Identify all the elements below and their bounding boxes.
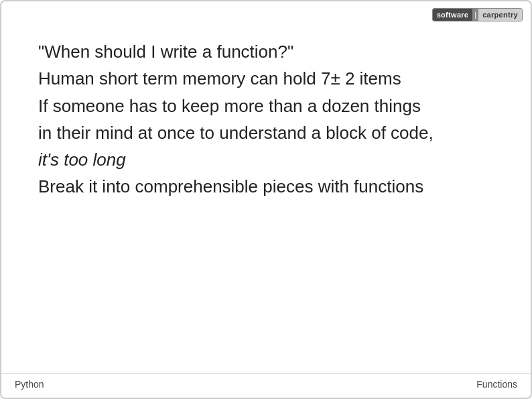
logo-software-text: software (433, 9, 473, 21)
line-6: Break it into comprehensible pieces with… (38, 173, 490, 200)
line-5-italic: it's too long (38, 146, 490, 173)
logo-area: software | carpentry (432, 8, 523, 21)
footer-left: Python (15, 379, 44, 390)
line-3: If someone has to keep more than a dozen… (38, 93, 490, 119)
footer-right: Functions (476, 379, 517, 390)
logo-carpentry-text: carpentry (478, 9, 522, 21)
line-2: Human short term memory can hold 7± 2 it… (38, 65, 490, 92)
line-4: in their mind at once to understand a bl… (38, 119, 490, 146)
logo-separator: | (472, 9, 478, 21)
logo: software | carpentry (432, 8, 523, 21)
slide-footer: Python Functions (1, 373, 531, 390)
line-1: "When should I write a function?" (38, 38, 490, 65)
main-content: "When should I write a function?" Human … (1, 1, 531, 398)
slide: software | carpentry "When should I writ… (0, 0, 532, 399)
